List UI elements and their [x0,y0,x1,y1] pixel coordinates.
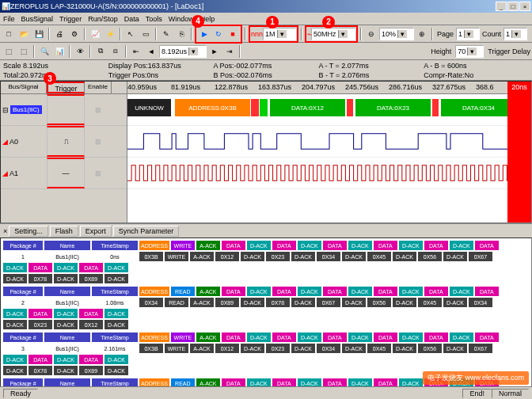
tab-synchparameter[interactable]: Synch Parameter [113,226,180,237]
menu-runstop[interactable]: Run/Stop [88,15,118,23]
col-bus-signal[interactable]: Bus/Signal [1,82,47,93]
chevron-down-icon[interactable]: ▾ [188,48,198,55]
time-div-combo[interactable]: 8.192us ▾ [159,45,207,58]
group-icon[interactable]: ⧉ [93,44,108,59]
menu-file[interactable]: File [3,15,15,23]
sample-rate-combo[interactable]: 50MHz ▾ [311,28,355,40]
cell-header: DATA [424,286,449,297]
signal-row[interactable]: ◢ A0⎍⊠ [1,126,127,158]
a-pos: A Pos:-002.077ms [214,62,319,71]
sample-depth-combo[interactable]: 1M ▾ [263,28,296,40]
maximize-button[interactable]: □ [507,2,519,11]
cell-value: 0X67 [316,297,341,308]
data-block [347,99,353,116]
copy-icon[interactable]: ⎘ [174,27,188,41]
trigger-cell[interactable] [47,94,85,125]
menu-bussignal[interactable]: BusSignal [21,15,54,23]
page-combo[interactable]: 1 ▾ [456,28,480,40]
b-t: B - T = 2.076ms [318,71,424,81]
close-button[interactable]: × [519,2,530,11]
edit-icon[interactable]: ✎ [159,27,173,41]
cell-header: DATA [474,332,500,343]
signal-name[interactable]: ⊟ Bus1(IIC) [1,94,47,125]
cell-header: DATA [272,286,297,297]
new-icon[interactable]: □ [2,27,16,41]
nav-first-icon[interactable]: ⇤ [129,44,143,59]
tool-icon[interactable]: ⚙ [67,27,82,41]
trigger-cell[interactable]: ⎍ [47,126,85,157]
close-panel-icon[interactable]: × [3,227,7,235]
menu-window[interactable]: Window [169,15,194,23]
cell-value: D-ACK [392,297,417,308]
nav-prev-icon[interactable]: ◄ [144,44,158,59]
chart2-icon[interactable]: 📊 [52,44,66,59]
compr-rate: Compr-Rate:No [424,71,529,81]
select-icon[interactable]: ▭ [139,27,153,41]
chart-icon[interactable]: 📈 [88,27,102,41]
col-enable[interactable]: Enable [85,82,112,93]
watermark: 电子发烧友 www.elecfans.com [423,371,529,385]
play-button[interactable]: ▶ [197,27,211,41]
chevron-down-icon[interactable]: ▾ [511,30,521,38]
zoom-out-icon[interactable]: ⊖ [364,27,378,41]
print-icon[interactable]: 🖨 [52,27,66,41]
tool-b-icon[interactable]: ⬚ [17,44,31,59]
stop-button[interactable]: ■ [226,27,240,41]
minimize-button[interactable]: _ [496,2,507,11]
loop-button[interactable]: ↻ [211,27,226,41]
tab-setting[interactable]: Setting... [9,226,48,237]
data-block [260,99,268,116]
enable-cell[interactable]: ⊠ [85,158,112,188]
tab-flash[interactable]: Flash [50,226,78,237]
cell-header: DATA [272,240,297,251]
search-icon[interactable]: 🔍 [37,44,51,59]
cell-value: READ [164,297,189,308]
ungroup-icon[interactable]: ⧈ [108,44,123,59]
menu-data[interactable]: Data [124,15,139,23]
col-trigger[interactable]: 3 Trigger [47,82,85,93]
pkt-value: Bus1(IIC) [44,251,91,262]
signal-name[interactable]: ◢ A1 [1,158,47,188]
pkt-header: Name [44,332,91,343]
tab-export[interactable]: Export [80,226,112,237]
chevron-down-icon[interactable]: ▾ [338,30,348,38]
cell-value: D-ACK [443,251,468,262]
window-title: ZEROPLUS LAP-321000U-A(S/N:000000000001)… [10,2,203,10]
menu-trigger[interactable]: Trigger [59,15,82,23]
trigger-cell[interactable]: — [47,158,85,188]
nav-last-icon[interactable]: ⇥ [222,44,237,59]
chevron-down-icon[interactable]: ▾ [464,30,473,38]
signal-row[interactable]: ⊟ Bus1(IIC)⊠ [1,94,127,126]
cell-header: DATA [272,332,297,343]
nav-next-icon[interactable]: ► [207,44,222,59]
open-icon[interactable]: 📂 [17,27,31,41]
waveform-view[interactable]: 40.959us81.919us122.878us163.837us204.79… [127,82,531,222]
enable-cell[interactable]: ⊠ [85,126,112,157]
view-icon[interactable]: 👁 [73,44,87,59]
menu-tools[interactable]: Tools [146,15,162,23]
app-icon: 📊 [2,2,10,10]
count-combo[interactable]: 1 ▾ [504,28,527,40]
settings-icon[interactable]: ⚡ [103,27,117,41]
enable-cell[interactable]: ⊠ [85,94,112,125]
cell-header: D-ACK [297,286,322,297]
time-div-value: 8.192us [162,48,187,55]
chevron-down-icon[interactable]: ▾ [277,30,287,38]
tool-a-icon[interactable]: ⬚ [2,44,16,59]
pkt-header: Package # [2,240,44,251]
height-combo[interactable]: 70 ▾ [455,45,484,58]
signal-name[interactable]: ◢ A0 [1,126,47,157]
zoom-in-icon[interactable]: ⊕ [415,27,429,41]
cell-header: ADDRESS [139,240,170,251]
cell-header: DATA [221,332,246,343]
cell-value: 0X56 [417,251,443,262]
cursor-icon[interactable]: ↖ [124,27,138,41]
packet: Package #NameTimeStampADDRESSREADA-ACKDA… [2,286,530,330]
height-value: 70 [458,48,466,55]
cell-header: D-ACK [2,308,28,319]
signal-row[interactable]: ◢ A1—⊠ [1,158,127,189]
save-icon[interactable]: 💾 [32,27,46,41]
chevron-down-icon[interactable]: ▾ [467,48,477,55]
zoom-combo[interactable]: 10% ▾ [379,28,414,40]
chevron-down-icon[interactable]: ▾ [397,30,407,38]
